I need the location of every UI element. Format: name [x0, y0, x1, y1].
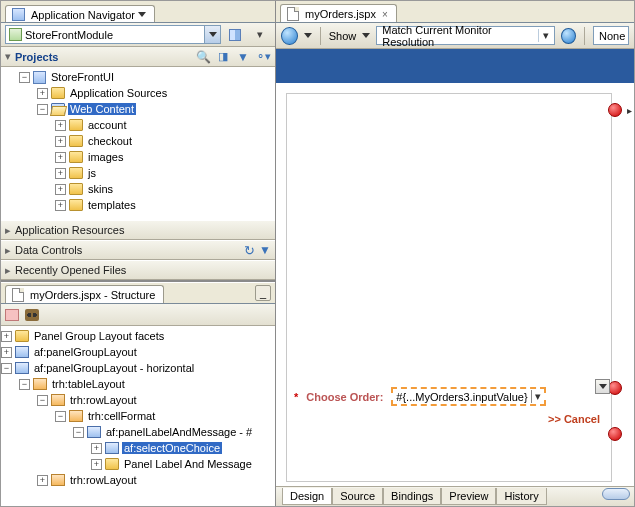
- module-icon: [9, 28, 22, 41]
- select-one-choice[interactable]: #{...MyOrders3.inputValue} ▾: [391, 387, 545, 406]
- component-icon: [15, 362, 29, 374]
- tab-app-navigator[interactable]: Application Navigator: [5, 5, 155, 22]
- chevron-down-icon: ▾: [531, 390, 541, 403]
- folder-icon: [69, 135, 83, 147]
- bottom-tab-design[interactable]: Design: [282, 488, 332, 505]
- expand-arrow-icon[interactable]: ▸: [627, 105, 632, 116]
- component-icon: [105, 442, 119, 454]
- chevron-down-icon[interactable]: [362, 33, 370, 38]
- new-icon[interactable]: [5, 309, 19, 321]
- chevron-down-icon: ▾: [538, 29, 552, 42]
- minimize-button[interactable]: _: [255, 285, 271, 301]
- bottom-tab-history[interactable]: History: [496, 488, 546, 505]
- tree-node-folder[interactable]: +templates: [1, 197, 275, 213]
- options-button[interactable]: ⚬▾: [255, 49, 271, 65]
- file-icon: [12, 288, 24, 302]
- tree-node[interactable]: −af:panelGroupLayout - horizontal: [1, 360, 275, 376]
- tree-node[interactable]: −trh:tableLayout: [1, 376, 275, 392]
- tree-node-folder[interactable]: +Application Sources: [1, 85, 275, 101]
- editor-tab-label: myOrders.jspx: [305, 8, 376, 20]
- tree-node-folder[interactable]: +account: [1, 117, 275, 133]
- filter-working-set-button[interactable]: ◨: [215, 49, 231, 65]
- tab-structure[interactable]: myOrders.jspx - Structure: [5, 285, 164, 303]
- bottom-tab-bindings[interactable]: Bindings: [383, 488, 441, 505]
- error-badge-icon: [608, 381, 622, 395]
- component-icon: [15, 346, 29, 358]
- resolution-selector[interactable]: Match Current Monitor Resolution ▾: [376, 26, 555, 45]
- tree-node[interactable]: −trh:rowLayout: [1, 392, 275, 408]
- find-icon[interactable]: [25, 309, 39, 321]
- switch-view-button[interactable]: [224, 25, 246, 45]
- chevron-down-icon[interactable]: [304, 33, 312, 38]
- folder-icon: [15, 330, 29, 342]
- search-icon[interactable]: 🔍: [195, 49, 211, 65]
- tab-label: Application Navigator: [31, 9, 135, 21]
- required-icon: *: [294, 391, 298, 403]
- folder-icon: [69, 199, 83, 211]
- error-badge-icon: [608, 103, 622, 117]
- folder-icon: [69, 119, 83, 131]
- app-navigator-icon: [12, 8, 25, 21]
- projects-tree: −StoreFrontUI +Application Sources −Web …: [1, 67, 275, 220]
- none-selector[interactable]: None: [593, 26, 629, 45]
- filter-icon[interactable]: ▼: [259, 243, 271, 257]
- error-badge-icon: [608, 427, 622, 441]
- module-name: StoreFrontModule: [25, 29, 201, 41]
- cancel-link[interactable]: >> Cancel: [548, 413, 600, 425]
- tree-node-folder[interactable]: +skins: [1, 181, 275, 197]
- zoom-slider[interactable]: [602, 488, 630, 500]
- bottom-tab-preview[interactable]: Preview: [441, 488, 496, 505]
- refresh-icon[interactable]: ↻: [244, 243, 255, 258]
- component-icon: [51, 394, 65, 406]
- chevron-down-icon[interactable]: [204, 26, 220, 43]
- accordion-data-controls[interactable]: ▸Data Controls↻▼: [1, 240, 275, 260]
- component-icon: [69, 410, 83, 422]
- menu-button[interactable]: ▾: [249, 25, 271, 45]
- folder-icon: [105, 458, 119, 470]
- component-icon: [51, 474, 65, 486]
- refresh-globe-icon[interactable]: [561, 28, 576, 44]
- tree-node-project[interactable]: −StoreFrontUI: [1, 69, 275, 85]
- structure-tree: +Panel Group Layout facets +af:panelGrou…: [1, 326, 275, 506]
- jspx-file-icon: [287, 7, 299, 21]
- bottom-tab-source[interactable]: Source: [332, 488, 383, 505]
- component-icon: [87, 426, 101, 438]
- folder-icon: [69, 183, 83, 195]
- tree-node-folder[interactable]: +checkout: [1, 133, 275, 149]
- filter-icon[interactable]: ▼: [235, 49, 251, 65]
- form-label: Choose Order:: [306, 391, 383, 403]
- tree-node[interactable]: −af:panelLabelAndMessage - #: [1, 424, 275, 440]
- tree-node-selected[interactable]: +af:selectOneChoice: [1, 440, 275, 456]
- tree-node-folder[interactable]: −Web Content: [1, 101, 275, 117]
- tree-node[interactable]: +trh:rowLayout: [1, 472, 275, 488]
- component-icon: [33, 378, 47, 390]
- globe-icon[interactable]: [281, 27, 298, 45]
- show-label: Show: [329, 30, 357, 42]
- accordion-app-resources[interactable]: ▸Application Resources: [1, 220, 275, 240]
- accordion-recent-files[interactable]: ▸Recently Opened Files: [1, 260, 275, 280]
- folder-open-icon: [51, 103, 65, 115]
- folder-icon: [69, 167, 83, 179]
- folder-icon: [69, 151, 83, 163]
- tree-node[interactable]: +Panel Group Layout facets: [1, 328, 275, 344]
- tab-label: myOrders.jspx - Structure: [30, 289, 155, 301]
- editor-tab[interactable]: myOrders.jspx ×: [280, 4, 397, 22]
- tree-node[interactable]: +af:panelGroupLayout: [1, 344, 275, 360]
- tree-node-folder[interactable]: +js: [1, 165, 275, 181]
- close-icon[interactable]: ×: [382, 9, 388, 20]
- tree-node[interactable]: −trh:cellFormat: [1, 408, 275, 424]
- module-selector[interactable]: StoreFrontModule: [5, 25, 221, 44]
- projects-title: Projects: [15, 51, 191, 63]
- tree-node-folder[interactable]: +images: [1, 149, 275, 165]
- tree-node[interactable]: +Panel Label And Message: [1, 456, 275, 472]
- project-icon: [33, 71, 46, 84]
- chevron-down-icon: [138, 12, 146, 17]
- folder-icon: [51, 87, 65, 99]
- design-canvas[interactable]: ▸ * Choose Order: #{...MyOrders3.inputVa…: [276, 49, 634, 506]
